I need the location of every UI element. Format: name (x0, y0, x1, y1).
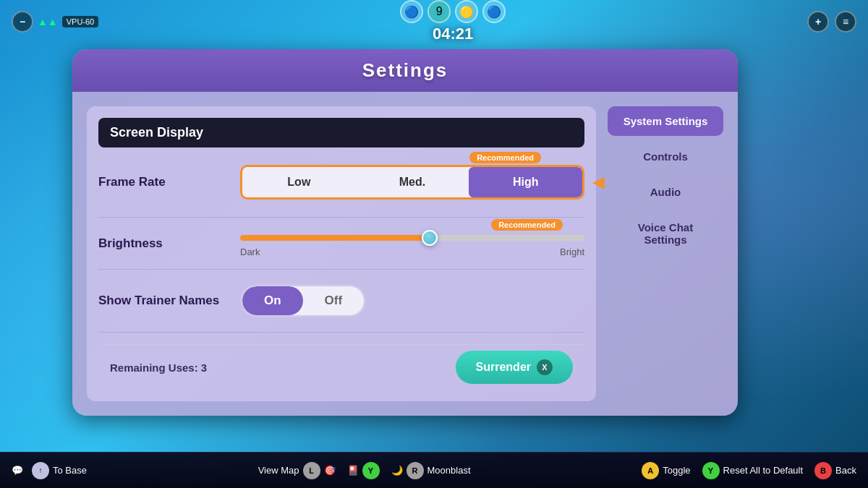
view-map-action: View Map L 🎯 (258, 462, 336, 479)
frame-rate-container: Recommended Frame Rate Low Med. High ◀ (98, 162, 584, 202)
frame-rate-label: Frame Rate (98, 175, 229, 189)
level-badge: VPU-60 (62, 16, 99, 27)
toggle-action: A Toggle (642, 462, 690, 479)
list-button[interactable]: ≡ (835, 11, 856, 33)
settings-main: Screen Display Recommended Frame Rate Lo… (87, 106, 596, 401)
brightness-dark-label: Dark (240, 247, 260, 257)
brightness-control: Dark Bright (240, 229, 584, 257)
surrender-label: Surrender (476, 361, 531, 374)
brightness-labels: Dark Bright (240, 247, 584, 257)
trainer-names-setting: Show Trainer Names On Off (98, 281, 584, 320)
minus-icon: − (20, 16, 25, 27)
moonblast-icon: 🌙 (391, 465, 403, 476)
frame-option-med[interactable]: Med. (356, 167, 469, 197)
frame-rate-row: Frame Rate Low Med. High ◀ (98, 162, 584, 202)
pokemon-icons: 🔵 9 🟡 🔵 (400, 0, 506, 23)
remaining-uses-text: Remaining Uses: 3 (110, 361, 207, 374)
surrender-x-badge: X (537, 359, 553, 375)
section-header-screen-display: Screen Display (98, 118, 584, 147)
surrender-button[interactable]: Surrender X (456, 351, 573, 384)
wifi-icon: ▲▲ (38, 16, 58, 27)
trainer-names-toggle[interactable]: On Off (240, 284, 366, 317)
divider-1 (98, 217, 584, 218)
settings-sidebar: System Settings Controls Audio Voice Cha… (608, 106, 723, 401)
toggle-label: Toggle (663, 465, 690, 476)
settings-body: Screen Display Recommended Frame Rate Lo… (72, 92, 738, 416)
frame-rate-selector[interactable]: Low Med. High (240, 165, 584, 200)
hud-left: − ▲▲ VPU-60 (12, 11, 98, 33)
divider-2 (98, 269, 584, 270)
plus-button[interactable]: + (807, 11, 829, 33)
sidebar-item-voice-chat[interactable]: Voice Chat Settings (608, 213, 723, 254)
bottom-hud: 💬 ↑ To Base View Map L 🎯 🎴 Y 🌙 R Moonbla… (0, 452, 868, 488)
frame-rate-recommended-badge: Recommended (469, 152, 541, 163)
hud-right: + ≡ (807, 11, 856, 33)
skill-action: 🎴 Y (347, 462, 380, 479)
frame-option-high[interactable]: High (469, 167, 582, 197)
to-base-icon: ↑ (32, 462, 49, 479)
b-button: B (814, 462, 832, 479)
brightness-slider-fill (240, 235, 430, 241)
bottom-bar: Remaining Uses: 3 Surrender X (98, 344, 584, 390)
y-button: Y (362, 462, 380, 479)
y-button-2: Y (702, 462, 720, 479)
back-action: B Back (814, 462, 856, 479)
brightness-label: Brightness (98, 236, 229, 251)
frame-rate-setting: Recommended Frame Rate Low Med. High ◀ (98, 159, 584, 205)
moonblast-action: 🌙 R Moonblast (391, 462, 471, 479)
a-button: A (642, 462, 659, 479)
minus-button[interactable]: − (12, 11, 33, 33)
sidebar-item-controls[interactable]: Controls (608, 142, 723, 171)
pokemon-icon-3: 🟡 (455, 0, 478, 23)
brightness-recommended-badge: Recommended (491, 219, 563, 231)
to-base-action: ↑ To Base (32, 462, 87, 479)
bottom-hud-left: 💬 ↑ To Base (12, 462, 87, 479)
game-timer: 04:21 (433, 25, 473, 43)
brightness-setting: Recommended Brightness Dark Bright (98, 229, 584, 257)
view-map-label: View Map (258, 465, 299, 476)
brightness-slider-track[interactable] (240, 235, 584, 241)
back-label: Back (835, 465, 856, 476)
hud-center: 🔵 9 🟡 🔵 04:21 (400, 0, 506, 43)
r-button: R (407, 462, 424, 479)
l-button: L (303, 462, 320, 479)
bottom-hud-center: View Map L 🎯 🎴 Y 🌙 R Moonblast (258, 462, 471, 479)
chat-icon: 💬 (12, 465, 23, 476)
pokemon-icon-4: 🔵 (482, 0, 506, 23)
settings-title: Settings (72, 49, 738, 92)
settings-dialog: Settings Screen Display Recommended Fram… (72, 49, 738, 416)
toggle-on[interactable]: On (242, 286, 303, 315)
pokemon-icon-1: 🔵 (400, 0, 423, 23)
reset-action: Y Reset All to Default (702, 462, 804, 479)
selection-arrow-icon: ◀ (592, 173, 605, 192)
brightness-slider-thumb[interactable] (422, 230, 438, 246)
sidebar-item-system-settings[interactable]: System Settings (608, 106, 723, 136)
trainer-names-label: Show Trainer Names (98, 294, 229, 308)
moonblast-label: Moonblast (427, 465, 471, 476)
chat-action: 💬 (12, 465, 23, 476)
map-icon: 🎯 (324, 465, 336, 476)
reset-label: Reset All to Default (723, 465, 804, 476)
divider-3 (98, 332, 584, 333)
frame-option-low[interactable]: Low (242, 167, 356, 197)
top-hud: − ▲▲ VPU-60 🔵 9 🟡 🔵 04:21 + ≡ (0, 0, 868, 43)
pokemon-icon-2: 9 (427, 0, 451, 23)
to-base-label: To Base (53, 465, 87, 476)
toggle-off[interactable]: Off (303, 286, 365, 315)
bottom-hud-right: A Toggle Y Reset All to Default B Back (642, 462, 856, 479)
brightness-bright-label: Bright (560, 247, 584, 257)
sidebar-item-audio[interactable]: Audio (608, 177, 723, 207)
skill-icon: 🎴 (347, 465, 359, 476)
